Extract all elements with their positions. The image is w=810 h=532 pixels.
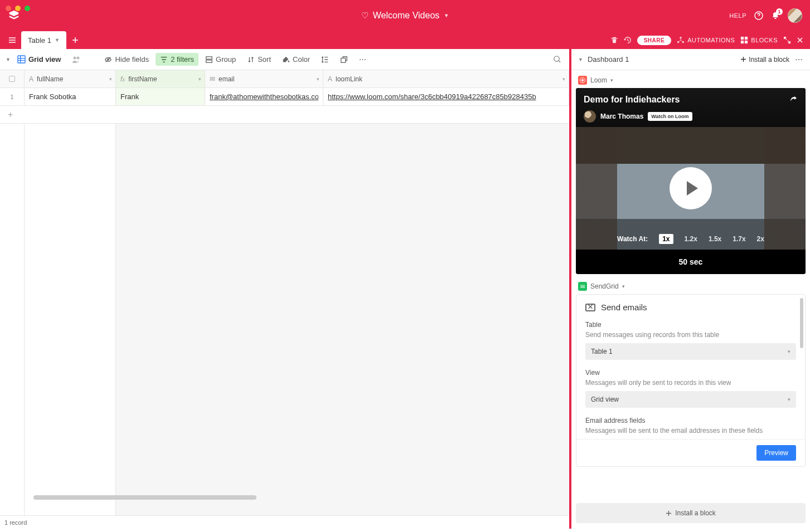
svg-rect-12 — [206, 56, 212, 58]
collaborators-icon[interactable] — [67, 53, 85, 66]
view-menu-caret-icon[interactable]: ▼ — [6, 57, 11, 62]
sort-button[interactable]: Sort — [242, 53, 275, 66]
notification-badge: 1 — [776, 8, 783, 15]
add-table-button[interactable] — [67, 31, 83, 49]
watch-on-loom-badge[interactable]: Watch on Loom — [648, 112, 692, 121]
window-traffic-lights — [6, 6, 30, 11]
grid-empty-area — [0, 124, 569, 515]
more-options-icon[interactable]: ⋯ — [355, 53, 371, 66]
send-emails-title: Send emails — [585, 302, 796, 312]
speed-1x[interactable]: 1x — [659, 234, 673, 244]
install-block-button[interactable]: Install a block — [740, 56, 789, 64]
speed-1-7x[interactable]: 1.7x — [733, 235, 745, 243]
heart-icon: ♡ — [361, 11, 368, 21]
cell-firstname[interactable]: Frank — [116, 88, 205, 105]
speed-2x[interactable]: 2x — [757, 235, 764, 243]
svg-rect-4 — [741, 37, 744, 40]
table-tab[interactable]: Table 1 ▼ — [21, 31, 66, 49]
help-link[interactable]: HELP — [729, 12, 746, 19]
base-title[interactable]: ♡ Welcome Videos ▼ — [361, 11, 449, 21]
table-select[interactable]: Table 1 ▾ — [585, 343, 796, 360]
cell-email[interactable]: frank@athomewiththesobotkas.co — [205, 88, 323, 105]
table-field-desc: Send messages using records from this ta… — [585, 331, 796, 339]
formula-field-icon: f𝑥 — [120, 75, 125, 83]
table-tab-label: Table 1 — [28, 36, 51, 45]
automations-button[interactable]: AUTOMATIONS — [677, 36, 735, 44]
search-icon[interactable] — [551, 53, 564, 66]
grid-area: ▼ Grid view Hide fields 2 filters Group — [0, 49, 571, 529]
column-header-email[interactable]: ✉ email ▾ — [205, 70, 323, 87]
group-button[interactable]: Group — [201, 53, 240, 66]
chevron-down-icon: ▾ — [317, 76, 319, 82]
cell-loomlink[interactable]: https://www.loom.com/share/3c6cbb40919a4… — [323, 88, 569, 105]
column-header-firstname[interactable]: f𝑥 firstName ▾ — [116, 70, 205, 87]
view-name: Grid view — [28, 55, 61, 64]
loom-author: Marc Thomas Watch on Loom — [584, 110, 798, 123]
loom-video-player[interactable]: Watch At: 1x 1.2x 1.5x 1.7x 2x — [576, 127, 806, 250]
row-number[interactable]: 1 — [0, 88, 25, 105]
svg-rect-8 — [18, 56, 25, 63]
view-select[interactable]: Grid view ▾ — [585, 391, 796, 408]
blocks-button[interactable]: BLOCKS — [740, 36, 778, 44]
email-fields-desc: Messages will be sent to the email addre… — [585, 427, 796, 435]
table-field-label: Table — [585, 321, 796, 329]
share-icon[interactable] — [789, 95, 798, 104]
chevron-down-icon[interactable]: ▼ — [578, 57, 583, 62]
speed-1-2x[interactable]: 1.2x — [685, 235, 697, 243]
svg-rect-5 — [745, 37, 748, 40]
table-row[interactable]: 1 Frank Sobotka Frank frank@athomewithth… — [0, 88, 569, 106]
sendgrid-icon: ✉ — [578, 282, 587, 291]
vertical-scrollbar[interactable] — [800, 298, 803, 348]
svg-point-15 — [554, 56, 559, 61]
sendgrid-block-header[interactable]: ✉ SendGrid ▾ — [576, 281, 806, 294]
install-block-footer-button[interactable]: Install a block — [576, 503, 806, 523]
select-all-checkbox[interactable] — [0, 70, 25, 87]
loom-block-header[interactable]: Loom ▾ — [576, 75, 806, 88]
column-header-fullname[interactable]: A fullName ▾ — [25, 70, 116, 87]
cell-fullname[interactable]: Frank Sobotka — [25, 88, 116, 105]
app-header: ♡ Welcome Videos ▼ HELP 1 — [0, 0, 810, 31]
filters-button[interactable]: 2 filters — [156, 53, 198, 66]
text-field-icon: A — [29, 75, 33, 83]
loom-video-title: Demo for Indiehackers — [584, 95, 798, 105]
dashboard-title[interactable]: Dashboard 1 — [588, 55, 629, 64]
expand-icon[interactable] — [783, 36, 791, 44]
grid-header-row: A fullName ▾ f𝑥 firstName ▾ ✉ email ▾ A … — [0, 70, 569, 88]
close-window-icon[interactable] — [6, 6, 11, 11]
view-switcher[interactable]: Grid view — [13, 53, 66, 66]
trash-icon[interactable] — [610, 36, 618, 44]
svg-point-10 — [77, 56, 80, 59]
svg-rect-13 — [206, 60, 212, 62]
horizontal-scrollbar[interactable] — [33, 495, 256, 500]
share-view-icon[interactable] — [336, 53, 352, 66]
view-toolbar: ▼ Grid view Hide fields 2 filters Group — [0, 49, 569, 70]
speed-1-5x[interactable]: 1.5x — [709, 235, 721, 243]
user-avatar[interactable] — [788, 8, 802, 23]
history-icon[interactable] — [624, 36, 632, 44]
column-header-loomlink[interactable]: A loomLink ▾ — [323, 70, 569, 87]
notifications-button[interactable]: 1 — [771, 11, 780, 20]
add-row-button[interactable]: + — [0, 106, 569, 124]
maximize-window-icon[interactable] — [25, 6, 30, 11]
more-options-icon[interactable]: ⋯ — [795, 55, 803, 64]
email-field-icon: ✉ — [210, 75, 215, 83]
hamburger-menu-icon[interactable] — [4, 31, 20, 49]
row-height-icon[interactable] — [317, 53, 333, 66]
help-icon[interactable] — [754, 11, 763, 20]
view-field-desc: Messages will only be sent to records in… — [585, 379, 796, 387]
hide-fields-button[interactable]: Hide fields — [100, 53, 153, 66]
share-button[interactable]: SHARE — [637, 36, 672, 45]
chevron-down-icon: ▾ — [788, 349, 790, 354]
preview-button[interactable]: Preview — [756, 445, 796, 461]
chevron-down-icon: ▾ — [562, 76, 565, 82]
chevron-down-icon: ▾ — [622, 284, 625, 289]
play-button-icon[interactable] — [670, 167, 712, 209]
chevron-down-icon: ▾ — [788, 397, 790, 402]
color-button[interactable]: Color — [278, 53, 314, 66]
chevron-down-icon: ▼ — [444, 13, 449, 18]
view-field-label: View — [585, 369, 796, 377]
close-panel-icon[interactable] — [797, 37, 803, 43]
loom-duration: 50 sec — [576, 250, 806, 274]
minimize-window-icon[interactable] — [15, 6, 21, 11]
app-logo-icon[interactable] — [8, 9, 20, 22]
